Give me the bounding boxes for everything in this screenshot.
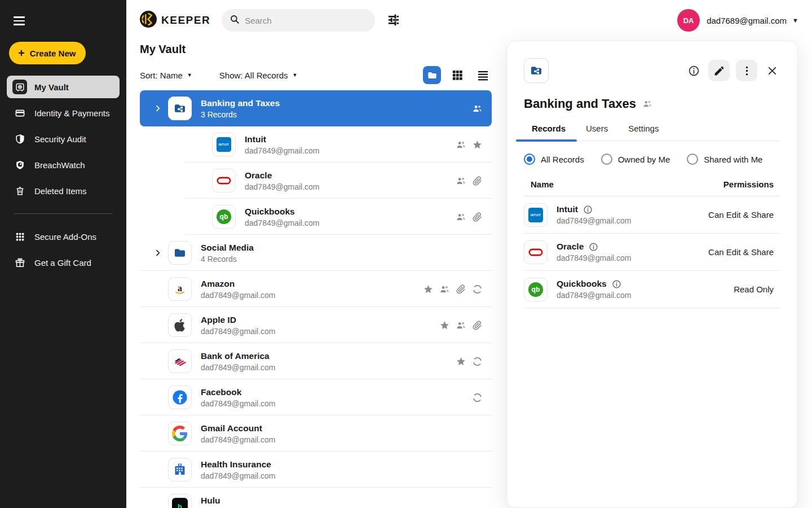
people-icon[interactable] bbox=[471, 103, 483, 114]
filter-shared-with-me[interactable]: Shared with Me bbox=[687, 154, 762, 165]
record-subtitle: 4 Records bbox=[201, 255, 254, 264]
shield-icon bbox=[12, 132, 27, 146]
sidebar-item-breachwatch[interactable]: BreachWatch bbox=[7, 154, 120, 176]
sidebar-item-get-a-gift-card[interactable]: Get a Gift Card bbox=[7, 251, 120, 274]
paperclip-icon[interactable] bbox=[471, 319, 483, 331]
tab-users[interactable]: Users bbox=[576, 124, 618, 141]
radio-icon[interactable] bbox=[524, 154, 535, 165]
sidebar-item-deleted-items[interactable]: Deleted Items bbox=[7, 179, 120, 202]
chevron-right-icon[interactable] bbox=[152, 249, 164, 257]
record-row-gmail-account[interactable]: Gmail Accountdad7849@gmail.com bbox=[140, 415, 492, 452]
record-email: dad7849@gmail.com bbox=[557, 253, 632, 262]
record-row-oracle[interactable]: Oracledad7849@gmail.com bbox=[140, 163, 492, 199]
sort-dropdown[interactable]: Sort: Name ▼ bbox=[140, 71, 192, 80]
sidebar-item-my-vault[interactable]: My Vault bbox=[7, 76, 120, 98]
show-dropdown[interactable]: Show: All Records ▼ bbox=[219, 71, 298, 80]
paperclip-icon[interactable] bbox=[471, 175, 483, 186]
sidebar-item-identity-payments[interactable]: Identity & Payments bbox=[7, 102, 120, 124]
info-icon[interactable] bbox=[583, 205, 593, 214]
filter-label: Shared with Me bbox=[704, 155, 762, 164]
panel-header bbox=[524, 58, 780, 83]
refresh-icon[interactable] bbox=[471, 356, 483, 367]
people-icon[interactable] bbox=[455, 319, 466, 331]
people-icon[interactable] bbox=[455, 175, 466, 186]
list-view-button[interactable] bbox=[474, 66, 492, 84]
info-icon[interactable] bbox=[589, 242, 598, 252]
chevron-right-icon[interactable] bbox=[152, 104, 164, 112]
account-menu[interactable]: DA dad7689@gmail.com ▼ bbox=[677, 9, 798, 32]
record-title: Quickbooks bbox=[245, 207, 320, 217]
star-icon[interactable] bbox=[471, 139, 483, 150]
paperclip-icon[interactable] bbox=[471, 211, 483, 222]
record-row-health-insurance[interactable]: Health Insurancedad7849@gmail.com bbox=[140, 452, 492, 488]
record-row-facebook[interactable]: Facebookdad7849@gmail.com bbox=[140, 379, 492, 415]
people-icon[interactable] bbox=[439, 283, 450, 295]
panel-record-row-oracle[interactable]: Oracledad7849@gmail.comCan Edit & Share bbox=[524, 234, 780, 271]
radio-icon[interactable] bbox=[601, 154, 612, 165]
search-input[interactable] bbox=[245, 16, 358, 25]
svg-text:a: a bbox=[178, 283, 182, 293]
hulu-icon: h bbox=[168, 494, 192, 508]
list-view-icon bbox=[478, 70, 488, 81]
edit-button[interactable] bbox=[708, 60, 730, 81]
vault-icon bbox=[12, 80, 27, 94]
people-icon[interactable] bbox=[455, 139, 466, 150]
sidebar-footer-nav: Secure Add-OnsGet a Gift Card bbox=[7, 225, 120, 274]
record-row-intuit[interactable]: INTUITIntuitdad7849@gmail.com bbox=[140, 126, 492, 163]
sidebar-item-security-audit[interactable]: Security Audit bbox=[7, 128, 120, 150]
record-subtitle: dad7849@gmail.com bbox=[201, 471, 276, 480]
info-icon[interactable] bbox=[685, 62, 702, 79]
sidebar-item-label: Deleted Items bbox=[34, 186, 87, 196]
amazon-icon: a bbox=[168, 277, 192, 301]
record-row-quickbooks[interactable]: qbQuickbooksdad7849@gmail.com bbox=[140, 199, 492, 235]
record-title: Amazon bbox=[201, 279, 276, 289]
record-title: Banking and Taxes bbox=[201, 98, 280, 108]
folder-row-banking-and-taxes[interactable]: Banking and Taxes3 Records bbox=[140, 90, 492, 126]
people-icon[interactable] bbox=[455, 211, 466, 222]
record-title: Bank of America bbox=[201, 351, 276, 361]
record-row-amazon[interactable]: aAmazondad7849@gmail.com bbox=[140, 271, 492, 307]
view-toggles bbox=[423, 66, 492, 84]
info-icon[interactable] bbox=[612, 279, 621, 289]
shared-people-icon bbox=[642, 99, 652, 109]
tab-records[interactable]: Records bbox=[524, 124, 576, 141]
gift-icon bbox=[12, 255, 27, 270]
record-row-apple-id[interactable]: Apple IDdad7849@gmail.com bbox=[140, 307, 492, 343]
menu-icon[interactable] bbox=[14, 14, 28, 28]
star-icon[interactable] bbox=[455, 356, 466, 367]
create-new-button[interactable]: + Create New bbox=[9, 42, 86, 64]
svg-text:qb: qb bbox=[220, 213, 228, 221]
panel-record-row-intuit[interactable]: INTUITIntuitdad7849@gmail.comCan Edit & … bbox=[524, 196, 780, 234]
folder-view-button[interactable] bbox=[423, 66, 441, 84]
refresh-icon[interactable] bbox=[471, 283, 483, 295]
gmail-icon bbox=[168, 422, 192, 445]
sidebar-item-secure-add-ons[interactable]: Secure Add-Ons bbox=[7, 225, 120, 248]
avatar[interactable]: DA bbox=[677, 9, 700, 32]
record-permission: Can Edit & Share bbox=[708, 210, 774, 220]
column-name: Name bbox=[531, 179, 554, 189]
folder-blue-icon bbox=[168, 241, 192, 265]
filter-settings-icon[interactable] bbox=[386, 13, 401, 28]
radio-icon[interactable] bbox=[687, 154, 698, 165]
tab-settings[interactable]: Settings bbox=[618, 124, 669, 141]
more-options-button[interactable] bbox=[736, 60, 757, 81]
record-title: Hulu bbox=[201, 496, 276, 506]
record-row-bank-of-america[interactable]: Bank of Americadad7849@gmail.com bbox=[140, 343, 492, 379]
show-label: Show: All Records bbox=[219, 71, 288, 80]
grid-view-button[interactable] bbox=[448, 66, 466, 84]
record-permission: Can Edit & Share bbox=[708, 247, 774, 257]
record-row-hulu[interactable]: hHuludad7849@gmail.com bbox=[140, 488, 492, 508]
filter-owned-by-me[interactable]: Owned by Me bbox=[601, 154, 670, 165]
folder-row-social-media[interactable]: Social Media4 Records bbox=[140, 235, 492, 271]
paperclip-icon[interactable] bbox=[455, 283, 466, 295]
sidebar-item-label: Identity & Payments bbox=[34, 108, 109, 118]
star-icon[interactable] bbox=[422, 283, 434, 295]
bofa-icon bbox=[168, 349, 192, 373]
quickbooks-icon: qb bbox=[212, 205, 236, 229]
star-icon[interactable] bbox=[439, 319, 450, 331]
search-box[interactable] bbox=[222, 9, 375, 32]
close-icon[interactable] bbox=[764, 62, 780, 79]
panel-record-row-quickbooks[interactable]: qbQuickbooksdad7849@gmail.comRead Only bbox=[524, 271, 780, 308]
refresh-icon[interactable] bbox=[471, 392, 483, 403]
filter-all-records[interactable]: All Records bbox=[524, 154, 584, 165]
